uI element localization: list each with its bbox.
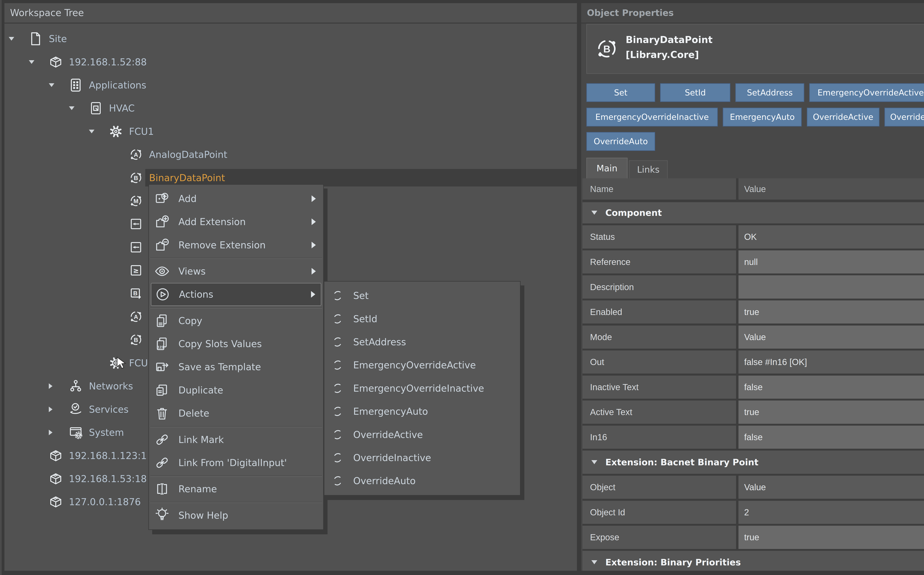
column-header-value[interactable]: Value <box>738 178 924 200</box>
tree-item-site[interactable]: Site <box>5 30 577 48</box>
table-row-object-id: Object Id2 <box>583 501 924 524</box>
menu-item-link-mark[interactable]: Link Mark <box>149 428 323 451</box>
property-value[interactable]: 2 <box>738 501 924 524</box>
menu-item-overrideauto[interactable]: OverrideAuto <box>324 469 520 492</box>
property-value[interactable]: OK <box>738 225 924 248</box>
property-name: Active Text <box>583 400 736 424</box>
property-name: Object Id <box>583 501 736 524</box>
property-name: Inactive Text <box>583 376 736 399</box>
action-button-overrideinactive[interactable]: OverrideInactive <box>884 108 924 127</box>
menu-item-emergencyoverrideactive[interactable]: EmergencyOverrideActive <box>324 354 520 377</box>
device-icon <box>48 54 63 70</box>
expander-open-icon[interactable] <box>69 106 75 110</box>
play-icon <box>155 286 171 302</box>
action-icon <box>331 336 344 348</box>
expander-closed-icon[interactable] <box>49 430 53 435</box>
menu-item-label: Actions <box>179 289 213 300</box>
menu-item-views[interactable]: Views <box>149 260 323 283</box>
tree-item-label: 127.0.0.1:1876 <box>69 497 141 507</box>
menu-item-delete[interactable]: Delete <box>149 402 323 425</box>
property-value[interactable]: Value <box>738 476 924 499</box>
slot-in-icon <box>128 217 143 232</box>
menu-item-label: Views <box>178 266 206 276</box>
tree-item-fcu1[interactable]: FCU1 <box>5 122 577 140</box>
menu-item-actions[interactable]: Actions <box>151 283 321 306</box>
action-button-set[interactable]: Set <box>586 83 655 102</box>
action-icon <box>331 289 344 302</box>
action-icon <box>331 382 344 395</box>
system-icon <box>68 425 83 440</box>
table-row-object: ObjectValue <box>583 476 924 499</box>
menu-item-save-as-template[interactable]: Save as Template <box>149 356 323 378</box>
menu-item-add-extension[interactable]: Add Extension <box>149 210 323 233</box>
menu-item-remove-extension[interactable]: Remove Extension <box>149 233 323 256</box>
action-button-setaddress[interactable]: SetAddress <box>735 83 804 102</box>
property-value[interactable] <box>738 275 924 299</box>
property-value[interactable]: false <box>738 426 924 449</box>
action-icon <box>331 475 344 487</box>
tab-links[interactable]: Links <box>629 160 668 178</box>
group-label: Extension: Binary Priorities <box>605 557 741 567</box>
group-expander-icon[interactable] <box>591 460 597 464</box>
link-icon <box>154 432 170 448</box>
action-button-overrideauto[interactable]: OverrideAuto <box>586 132 655 151</box>
property-value[interactable]: false <box>738 376 924 399</box>
menu-item-copy-slots-values[interactable]: 123Copy Slots Values <box>149 332 323 355</box>
tab-main[interactable]: Main <box>586 158 628 178</box>
group-row-component[interactable]: Component <box>583 202 924 224</box>
property-value[interactable]: true <box>738 526 924 549</box>
tree-item-analogdatapoint[interactable]: AAnalogDataPoint <box>5 146 577 164</box>
action-button-emergencyoverrideinactive[interactable]: EmergencyOverrideInactive <box>586 108 718 127</box>
menu-item-emergencyauto[interactable]: EmergencyAuto <box>324 400 520 423</box>
property-name: Out <box>583 351 736 373</box>
menu-item-overrideactive[interactable]: OverrideActive <box>324 423 520 446</box>
menu-item-overrideinactive[interactable]: OverrideInactive <box>324 446 520 469</box>
expander-open-icon[interactable] <box>49 83 54 87</box>
menu-item-link-from-digitalinput-[interactable]: Link From 'DigitalInput' <box>149 451 323 474</box>
menu-item-add[interactable]: Add <box>149 187 323 210</box>
mouse-cursor <box>115 356 128 372</box>
expander-open-icon[interactable] <box>89 130 94 133</box>
menu-item-copy[interactable]: Copy <box>149 309 323 332</box>
column-header-name[interactable]: Name <box>583 178 736 200</box>
property-value[interactable]: false #In16 [OK] <box>738 351 924 373</box>
group-expander-icon[interactable] <box>591 211 597 215</box>
tree-item-applications[interactable]: Applications <box>5 76 577 94</box>
apps-icon <box>68 78 83 92</box>
action-button-emergencyoverrideactive[interactable]: EmergencyOverrideActive <box>809 83 924 102</box>
tree-item-192-168-1-52-88[interactable]: 192.168.1.52:88 <box>5 53 577 71</box>
m-point-icon: M <box>128 193 143 208</box>
property-value[interactable]: null <box>738 250 924 273</box>
expander-open-icon[interactable] <box>29 60 34 64</box>
menu-item-emergencyoverrideinactive[interactable]: EmergencyOverrideInactive <box>324 377 520 400</box>
group-expander-icon[interactable] <box>591 560 597 564</box>
group-row-extension-binary-priorities[interactable]: Extension: Binary Priorities <box>583 551 924 571</box>
menu-item-setaddress[interactable]: SetAddress <box>324 330 520 353</box>
tree-item-label: FCU1 <box>129 126 154 137</box>
tree-item-label: 192.168.1.52:88 <box>69 57 147 67</box>
menu-item-setid[interactable]: SetId <box>324 307 520 330</box>
copy-icon <box>154 313 170 329</box>
menu-item-show-help[interactable]: Show Help <box>149 504 323 527</box>
property-value[interactable]: true <box>738 400 924 424</box>
menu-item-duplicate[interactable]: Duplicate <box>149 378 323 402</box>
expander-closed-icon[interactable] <box>49 383 53 389</box>
group-row-extension-bacnet-binary-point[interactable]: Extension: Bacnet Binary Point <box>583 451 924 473</box>
expander-closed-icon[interactable] <box>49 407 53 412</box>
property-name: Description <box>583 275 736 299</box>
expander-open-icon[interactable] <box>9 37 14 41</box>
action-button-emergencyauto[interactable]: EmergencyAuto <box>723 108 802 127</box>
menu-item-set[interactable]: Set <box>324 284 520 307</box>
b-point-icon: B <box>128 170 143 185</box>
action-button-overrideactive[interactable]: OverrideActive <box>807 108 879 127</box>
tree-item-label: Networks <box>89 381 133 392</box>
action-button-setid[interactable]: SetId <box>660 83 730 102</box>
tree-item-hvac[interactable]: HVAC <box>5 100 577 117</box>
action-icon <box>331 428 344 441</box>
svg-text:123: 123 <box>158 345 164 349</box>
slot-gte-icon: ≥ <box>128 263 143 278</box>
tree-item-label: Site <box>49 33 67 44</box>
menu-item-rename[interactable]: Rename <box>149 478 323 500</box>
property-value[interactable]: true <box>738 300 924 324</box>
property-value[interactable]: Value <box>738 326 924 349</box>
